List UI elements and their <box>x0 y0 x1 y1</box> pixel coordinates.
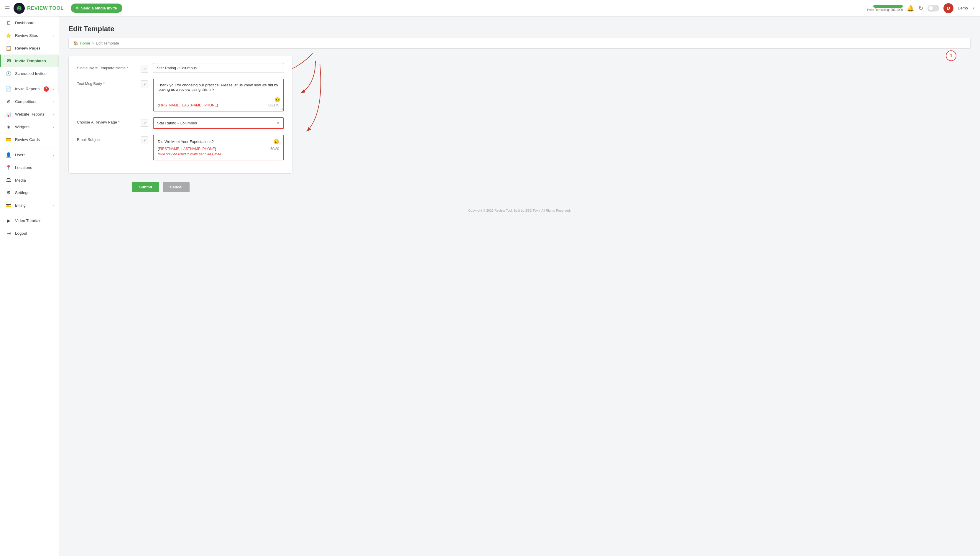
template-name-input[interactable] <box>153 63 284 73</box>
invite-bar-inner <box>873 5 903 8</box>
text-msg-box: Thank you for choosing our practice! Ple… <box>153 79 284 112</box>
review-page-select-box: Star Rating - Columbus Google Review Fac… <box>153 117 284 129</box>
breadcrumb-separator: > <box>92 41 94 45</box>
media-icon: 🖼 <box>6 178 11 183</box>
sidebar-label: Website Reports <box>15 112 45 116</box>
sidebar-item-widgets[interactable]: ◈ Widgets › <box>0 121 59 133</box>
invite-remaining: Invite Remaining: 997/1000 <box>867 5 903 11</box>
sidebar-item-competitors[interactable]: ⊛ Competitors › <box>0 95 59 108</box>
sidebar-item-review-cards[interactable]: 💳 Review Cards <box>0 133 59 146</box>
invite-reports-badge: 7 <box>44 86 49 92</box>
invite-templates-icon: ✉ <box>6 58 11 64</box>
sidebar-item-locations[interactable]: 📍 Locations <box>0 161 59 174</box>
breadcrumb-home-link[interactable]: Home <box>80 41 90 45</box>
sidebar-item-scheduled-invites[interactable]: 🕐 Scheduled Invites <box>0 67 59 80</box>
chevron-right-icon: › <box>53 100 54 103</box>
sidebar-item-video-tutorials[interactable]: ▶ Video Tutorials <box>0 214 59 227</box>
annotation-circle-1: 1 <box>946 50 956 61</box>
topnav: ☰ REVIEW TOOL ✈ Send a single invite Inv… <box>0 0 980 16</box>
sidebar-item-users[interactable]: 👤 Users › <box>0 149 59 161</box>
demo-label[interactable]: Demo <box>957 6 968 10</box>
sidebar-item-review-sites[interactable]: ⭐ Review Sites › <box>0 29 59 42</box>
topnav-right: Invite Remaining: 997/1000 🔔 ↻ ★ D Demo … <box>867 3 975 13</box>
sidebar-item-invite-templates[interactable]: ✉ Invite Templates Add Single Invite Tem… <box>0 55 59 67</box>
template-name-req: * <box>127 66 128 70</box>
chevron-right-icon: › <box>53 87 54 91</box>
hamburger-icon[interactable]: ☰ <box>5 5 10 12</box>
text-msg-row: Text Msg Body * ⤢ Thank you for choosing… <box>77 79 284 112</box>
var-lastname[interactable]: LASTNAME <box>182 103 202 107</box>
send-icon: ✈ <box>76 6 79 10</box>
email-var-firstname[interactable]: FIRSTNAME <box>159 147 179 151</box>
submit-button[interactable]: Submit <box>132 182 159 192</box>
text-msg-req: * <box>103 81 105 86</box>
form-actions: Submit Cancel <box>68 182 970 192</box>
template-name-row: Single Invite Template Name * ⤢ <box>77 63 284 73</box>
bell-icon[interactable]: 🔔 <box>907 5 914 12</box>
email-subject-label: Email Subject <box>77 135 136 142</box>
review-page-expand-btn[interactable]: ⤢ <box>140 119 148 127</box>
demo-chevron[interactable]: ▼ <box>972 6 975 10</box>
widgets-icon: ◈ <box>6 124 11 130</box>
main-content: Edit Template 🏠 Home > Edit Template 1 2 <box>59 16 980 556</box>
review-page-row: Choose A Review Page * ⤢ Star Rating - C… <box>77 117 284 129</box>
email-var-phone[interactable]: PHONE <box>202 147 215 151</box>
var-firstname[interactable]: FIRSTNAME <box>159 103 181 107</box>
text-msg-expand-btn[interactable]: ⤢ <box>140 81 148 88</box>
email-footer: (FIRSTNAME, LASTNAME, PHONE) 50/80 <box>158 147 279 151</box>
sidebar-label: Invite Reports <box>15 87 39 91</box>
email-subject-input[interactable] <box>158 139 273 144</box>
chevron-right-icon: › <box>53 113 54 116</box>
video-tutorials-icon: ▶ <box>6 218 11 223</box>
text-msg-textarea[interactable]: Thank you for choosing our practice! Ple… <box>158 83 279 100</box>
sidebar-label: Scheduled Invites <box>15 71 47 76</box>
review-pages-icon: 📋 <box>6 45 11 51</box>
sidebar-item-invite-reports[interactable]: 📄 Invite Reports 7 › <box>0 82 59 95</box>
sidebar-item-settings[interactable]: ⚙ Settings <box>0 186 59 199</box>
cancel-button[interactable]: Cancel <box>163 182 190 192</box>
send-single-invite-button[interactable]: ✈ Send a single invite <box>71 3 122 13</box>
scheduled-invites-icon: 🕐 <box>6 71 11 76</box>
sidebar-item-review-pages[interactable]: 📋 Review Pages <box>0 42 59 55</box>
locations-icon: 📍 <box>6 165 11 170</box>
sidebar-item-logout[interactable]: ⇥ Logout <box>0 227 59 240</box>
email-var-lastname[interactable]: LASTNAME <box>181 147 200 151</box>
breadcrumb-current: Edit Template <box>96 41 119 45</box>
sidebar: ⊟ Dashboard ⭐ Review Sites › 📋 Review Pa… <box>0 16 59 556</box>
sidebar-item-media[interactable]: 🖼 Media <box>0 174 59 186</box>
text-msg-label: Text Msg Body * <box>77 79 136 86</box>
toggle-switch[interactable]: ★ <box>928 5 939 11</box>
review-page-select[interactable]: Star Rating - Columbus Google Review Fac… <box>153 118 283 128</box>
avatar[interactable]: D <box>943 3 953 13</box>
refresh-icon[interactable]: ↻ <box>919 5 923 12</box>
breadcrumb-home-icon: 🏠 <box>73 41 78 45</box>
text-msg-emoji-btn[interactable]: 🙂 <box>274 97 280 103</box>
sidebar-item-dashboard[interactable]: ⊟ Dashboard <box>0 16 59 29</box>
sidebar-label: Billing <box>15 203 26 207</box>
text-msg-footer: (FIRSTNAME, LASTNAME, PHONE) 68/175 <box>158 103 279 107</box>
sidebar-label: Users <box>15 153 25 157</box>
sidebar-label: Logout <box>15 231 27 236</box>
var-phone[interactable]: PHONE <box>204 103 217 107</box>
review-page-req: * <box>118 120 120 124</box>
sidebar-item-website-reports[interactable]: 📊 Website Reports › <box>0 108 59 121</box>
email-emoji-btn[interactable]: 🙂 <box>273 139 279 144</box>
email-subject-box: 🙂 (FIRSTNAME, LASTNAME, PHONE) 50/80 *Wi… <box>153 135 284 160</box>
chevron-right-icon: › <box>53 204 54 207</box>
review-cards-icon: 💳 <box>6 137 11 142</box>
email-subject-expand-btn[interactable]: ⤢ <box>140 136 148 144</box>
billing-icon: 💳 <box>6 202 11 208</box>
template-name-input-wrap <box>153 63 284 73</box>
text-msg-vars: (FIRSTNAME, LASTNAME, PHONE) <box>158 103 218 107</box>
text-msg-wrap: Thank you for choosing our practice! Ple… <box>153 79 284 112</box>
sidebar-label: Video Tutorials <box>15 218 41 223</box>
chevron-right-icon: › <box>53 34 54 37</box>
invite-bar-outer <box>873 5 903 8</box>
review-sites-icon: ⭐ <box>6 33 11 38</box>
sidebar-item-billing[interactable]: 💳 Billing › <box>0 199 59 212</box>
template-name-expand-btn[interactable]: ⤢ <box>140 65 148 73</box>
text-msg-resize-handle[interactable]: ⊡ <box>280 107 283 110</box>
sidebar-label: Settings <box>15 191 29 195</box>
review-page-wrap: Star Rating - Columbus Google Review Fac… <box>153 117 284 129</box>
sidebar-label: Media <box>15 178 26 183</box>
